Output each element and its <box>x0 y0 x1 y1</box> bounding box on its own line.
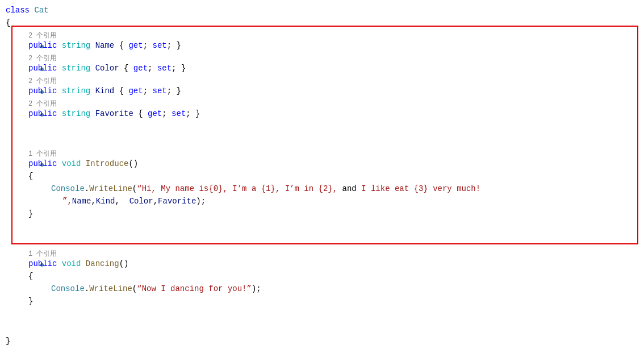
class-name-cat: Cat <box>34 6 48 15</box>
line-close-brace-class: } <box>0 336 644 349</box>
line-close-brace-dancing: } <box>0 297 644 309</box>
line-console-writeline-2: Console.WriteLine(“Now I dancing for you… <box>0 284 644 297</box>
line-open-brace-main: { <box>0 18 644 31</box>
line-empty3 <box>0 309 644 336</box>
line-close-brace-introduce: } <box>0 209 644 222</box>
line-prop-name: public string Name { get; set; } <box>0 41 644 53</box>
keyword-class: class <box>6 6 34 15</box>
line-console-writeline-1-cont: ”,Name,Kind, Color,Favorite); <box>0 197 644 209</box>
line-prop-kind: public string Kind { get; set; } <box>0 86 644 99</box>
line-console-writeline-1: Console.WriteLine(“Hi, My name is{0}, I’… <box>0 184 644 197</box>
line-ref-dancing: 1 个引用 <box>0 249 644 259</box>
line-method-introduce: public void Introduce() <box>0 159 644 172</box>
line-ref-introduce: 1 个引用 <box>0 149 644 159</box>
line-ref-color: 2 个引用 <box>0 53 644 64</box>
line-ref-fav: 2 个引用 <box>0 99 644 109</box>
line-open-brace-dancing: { <box>0 272 644 284</box>
line-empty1 <box>0 122 644 149</box>
line-open-brace-introduce: { <box>0 172 644 184</box>
line-method-dancing: public void Dancing() <box>0 259 644 272</box>
line-prop-favorite: public string Favorite { get; set; } <box>0 109 644 122</box>
line-ref-name: 2 个引用 <box>0 31 644 41</box>
code-editor: class Cat { 2 个引用 public string Name { g… <box>0 0 644 349</box>
line-ref-kind: 2 个引用 <box>0 76 644 86</box>
line-class: class Cat <box>0 6 644 18</box>
line-empty2 <box>0 222 644 249</box>
line-prop-color: public string Color { get; set; } <box>0 64 644 76</box>
